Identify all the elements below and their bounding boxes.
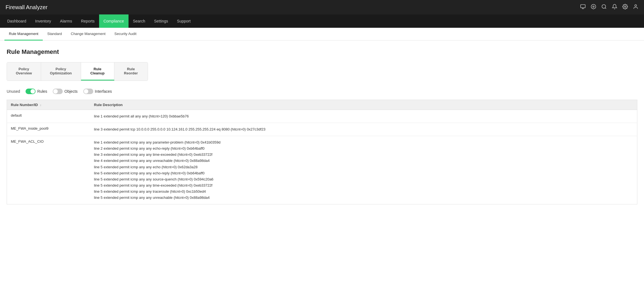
filter-row: Unused Rules Objects Interfaces bbox=[7, 89, 637, 94]
toggle-rules-knob bbox=[31, 89, 35, 94]
filter-objects-label: Objects bbox=[64, 89, 77, 94]
sort-icon: ↕ bbox=[40, 104, 41, 107]
tab-rule-reorder[interactable]: RuleReorder bbox=[114, 62, 148, 81]
top-header: Firewall Analyzer bbox=[0, 0, 644, 14]
rule-desc-line: line 3 extended permit tcp 10.0.0.0 255.… bbox=[94, 126, 633, 132]
tab-policy-optimization[interactable]: PolicyOptimization bbox=[41, 62, 81, 81]
filter-interfaces-label: Interfaces bbox=[95, 89, 112, 94]
filter-label: Unused bbox=[7, 89, 20, 94]
svg-point-1 bbox=[593, 6, 594, 7]
filter-objects[interactable]: Objects bbox=[53, 89, 77, 94]
nav-support[interactable]: Support bbox=[173, 14, 195, 28]
rule-desc-line: line 5 extended permit icmp any any echo… bbox=[94, 170, 633, 176]
tab-rule-cleanup[interactable]: RuleCleanup bbox=[81, 62, 114, 81]
bell-icon[interactable] bbox=[612, 4, 617, 11]
rule-desc-line: line 3 extended permit icmp any any time… bbox=[94, 152, 633, 158]
content-area: Rule Management PolicyOverview PolicyOpt… bbox=[0, 41, 644, 212]
toggle-objects-knob bbox=[53, 89, 58, 94]
header-icons bbox=[580, 4, 638, 11]
nav-alarms[interactable]: Alarms bbox=[56, 14, 77, 28]
nav-search[interactable]: Search bbox=[129, 14, 150, 28]
nav-inventory[interactable]: Inventory bbox=[31, 14, 56, 28]
table-row: ME_FWA_inside_pool9line 3 extended permi… bbox=[7, 123, 637, 136]
nav-settings[interactable]: Settings bbox=[150, 14, 173, 28]
rule-desc-line: line 1 extended permit all any any (hitc… bbox=[94, 113, 633, 119]
rule-desc-line: line 4 extended permit icmp any any unre… bbox=[94, 158, 633, 164]
filter-rules-label: Rules bbox=[37, 89, 47, 94]
svg-point-2 bbox=[602, 4, 606, 8]
subnav-rule-management[interactable]: Rule Management bbox=[4, 28, 43, 41]
search-icon[interactable] bbox=[601, 4, 607, 11]
rule-desc-line: line 5 extended permit icmp any any echo… bbox=[94, 164, 633, 170]
cell-rule-id: ME_FWA_ACL_CIO bbox=[7, 136, 90, 204]
rule-desc-line: line 2 extended permit icmp any any echo… bbox=[94, 146, 633, 152]
gear-icon[interactable] bbox=[622, 4, 628, 11]
cell-rule-id: default bbox=[7, 110, 90, 123]
nav-dashboard[interactable]: Dashboard bbox=[3, 14, 31, 28]
rule-desc-line: line 5 extended permit icmp any any unre… bbox=[94, 195, 633, 201]
table-row: ME_FWA_ACL_CIOline 1 extended permit icm… bbox=[7, 136, 637, 204]
subnav-security-audit[interactable]: Security Audit bbox=[110, 28, 141, 41]
cell-rule-id: ME_FWA_inside_pool9 bbox=[7, 123, 90, 136]
cell-rule-desc: line 3 extended permit tcp 10.0.0.0 255.… bbox=[90, 123, 637, 136]
nav-reports[interactable]: Reports bbox=[77, 14, 99, 28]
tab-cards: PolicyOverview PolicyOptimization RuleCl… bbox=[7, 62, 148, 81]
toggle-interfaces[interactable] bbox=[83, 89, 93, 94]
table-row: defaultline 1 extended permit all any an… bbox=[7, 110, 637, 123]
cell-rule-desc: line 1 extended permit all any any (hitc… bbox=[90, 110, 637, 123]
svg-rect-0 bbox=[581, 4, 585, 8]
toggle-objects[interactable] bbox=[53, 89, 63, 94]
rule-desc-line: line 5 extended permit icmp any any time… bbox=[94, 182, 633, 189]
filter-rules[interactable]: Rules bbox=[26, 89, 47, 94]
toggle-interfaces-knob bbox=[84, 89, 88, 94]
cell-rule-desc: line 1 extended permit icmp any any para… bbox=[90, 136, 637, 204]
svg-point-4 bbox=[635, 4, 637, 6]
rule-desc-line: line 1 extended permit icmp any any para… bbox=[94, 139, 633, 146]
filter-interfaces[interactable]: Interfaces bbox=[83, 89, 112, 94]
rule-desc-line: line 5 extended permit icmp any any sour… bbox=[94, 176, 633, 182]
rule-desc-line: line 5 extended permit icmp any any trac… bbox=[94, 189, 633, 195]
page-title: Rule Management bbox=[7, 48, 637, 56]
subnav-change-management[interactable]: Change Management bbox=[66, 28, 110, 41]
table-header-row: Rule Number/ID ↕ Rule Description bbox=[7, 100, 637, 110]
user-icon[interactable] bbox=[633, 4, 638, 11]
col-header-desc: Rule Description bbox=[90, 100, 637, 110]
main-nav: Dashboard Inventory Alarms Reports Compl… bbox=[0, 14, 644, 28]
subnav-standard[interactable]: Standard bbox=[43, 28, 66, 41]
monitor-icon[interactable] bbox=[580, 4, 586, 11]
tab-policy-overview[interactable]: PolicyOverview bbox=[7, 62, 41, 81]
nav-compliance[interactable]: Compliance bbox=[99, 14, 129, 28]
sub-nav: Rule Management Standard Change Manageme… bbox=[0, 28, 644, 41]
rocket-icon[interactable] bbox=[591, 4, 596, 11]
toggle-rules[interactable] bbox=[26, 89, 36, 94]
rules-table: Rule Number/ID ↕ Rule Description defaul… bbox=[7, 100, 637, 204]
app-title: Firewall Analyzer bbox=[6, 4, 47, 11]
col-header-id[interactable]: Rule Number/ID ↕ bbox=[7, 100, 90, 110]
svg-point-3 bbox=[625, 6, 626, 7]
